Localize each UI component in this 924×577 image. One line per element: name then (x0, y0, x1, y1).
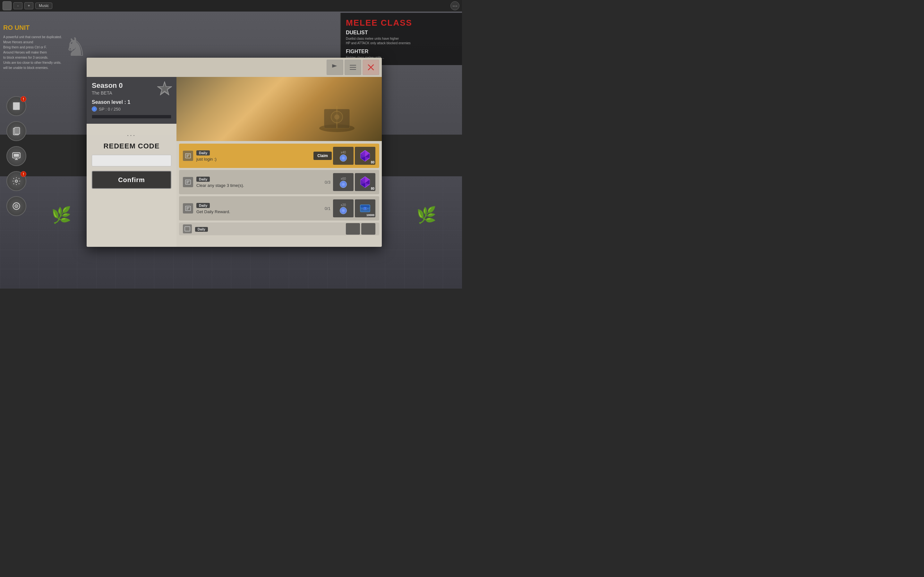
redeem-title: REDEEM CODE (103, 142, 160, 150)
quest-list: Daily just login :) Claim x40 (176, 141, 382, 247)
confirm-button[interactable]: Confirm (92, 171, 171, 189)
list-icon (349, 63, 357, 71)
season-header: Season 0 The BETA Season level : 1 SP : … (87, 77, 176, 124)
melee-class-panel: MELEE CLASS DUELIST Duelist class melee … (340, 13, 462, 65)
crystal-icon-1 (359, 149, 372, 163)
svg-point-48 (364, 207, 366, 210)
quest-desc-3: Get Daily Reward. (196, 210, 321, 214)
plant-right: 🌿 (417, 206, 436, 224)
quest-info-4-partial: Daily (195, 226, 342, 232)
quest-icon-2 (183, 177, 193, 187)
quest-item-4-partial: Daily (179, 222, 379, 235)
reward-box-1: x40 (333, 147, 354, 165)
quest-reward-3: 0/1 x20 (325, 199, 375, 218)
quest-badge-row-2: Daily (196, 177, 321, 182)
quest-type-badge-3: Daily (196, 203, 210, 208)
svg-point-22 (334, 114, 339, 119)
svg-rect-1 (15, 106, 16, 110)
sidebar-icon-monitor[interactable] (6, 146, 26, 166)
quest-info-1: Daily just login :) (196, 150, 310, 161)
quest-list-icon-2 (185, 179, 191, 185)
tab-flag[interactable] (326, 60, 343, 75)
maximize-button[interactable]: + (24, 2, 33, 9)
sp-row: SP : 0 / 250 (92, 106, 171, 111)
quest-icon-4 (183, 224, 192, 234)
reward-crystal-box-2: 80 (355, 173, 375, 191)
svg-rect-6 (14, 154, 19, 157)
panel-left-section: Season 0 The BETA Season level : 1 SP : … (87, 77, 176, 247)
duelist-desc: Duelist class melee units have higherHP … (346, 37, 457, 45)
fighter-title: FIGHTER (346, 49, 457, 55)
quest-item-1: Daily just login :) Claim x40 (179, 143, 379, 168)
minimize-button[interactable]: - (13, 2, 23, 9)
svg-rect-49 (185, 227, 190, 231)
reward-box-3: x20 (333, 199, 354, 218)
quest-progress-2: 0/3 (325, 180, 330, 185)
quest-icon-1 (183, 151, 193, 161)
sidebar-icon-circle[interactable] (6, 196, 26, 216)
horse-statue: ♞ (64, 32, 87, 62)
quest-reward-2: 0/3 x60 (325, 173, 375, 191)
season-level: Season level : 1 (92, 99, 171, 105)
settings-gear-icon (12, 177, 21, 185)
panel-body: Season 0 The BETA Season level : 1 SP : … (87, 77, 382, 247)
svg-point-10 (16, 205, 17, 207)
claim-button-1[interactable]: Claim (313, 152, 332, 160)
circle-icon (12, 201, 21, 211)
building-badge: ! (21, 96, 26, 102)
reward-chest-box-3: 10000 (355, 199, 375, 218)
crystal-icon-2 (359, 175, 372, 189)
close-icon (367, 63, 375, 71)
duelist-title: DUELIST (346, 30, 457, 35)
chest-icon-3 (359, 201, 372, 215)
top-bar: - + Music ⋯ (0, 0, 462, 11)
panel-header (87, 58, 382, 77)
tab-list[interactable] (344, 60, 361, 75)
settings-badge: ! (21, 171, 26, 177)
music-tab[interactable]: Music (35, 3, 52, 9)
quest-icon-3 (183, 203, 193, 213)
app-logo (3, 1, 11, 10)
quest-list-icon-1 (185, 153, 191, 159)
preview-image (176, 77, 382, 141)
left-sidebar: ! ! (6, 96, 26, 216)
reward-crystal-box-1: 80 (355, 147, 375, 165)
quest-type-badge-2: Daily (196, 177, 210, 182)
quest-desc-1: just login :) (196, 157, 310, 161)
ro-unit-title: RO UNIT (3, 23, 80, 33)
quest-info-3: Daily Get Daily Reward. (196, 203, 321, 214)
sidebar-icon-settings[interactable]: ! (6, 171, 26, 191)
quest-reward-1: Claim x40 (313, 147, 375, 165)
panel-right-section: Daily just login :) Claim x40 (176, 77, 382, 247)
quest-info-2: Daily Clear any stage 3 time(s). (196, 177, 321, 188)
quest-item-3: Daily Get Daily Reward. 0/1 x20 (179, 196, 379, 221)
reward-box-2: x60 (333, 173, 354, 191)
monitor-icon (12, 152, 21, 161)
quest-item-2: Daily Clear any stage 3 time(s). 0/3 x60 (179, 170, 379, 194)
season-badge-icon (157, 81, 173, 97)
tab-close[interactable] (363, 60, 379, 75)
quest-type-badge-1: Daily (196, 150, 210, 155)
building-icon (12, 102, 21, 111)
svg-rect-4 (15, 127, 19, 134)
sidebar-icon-building[interactable]: ! (6, 96, 26, 116)
redeem-dots: ... (127, 130, 136, 137)
menu-dots-button[interactable]: ⋯ (451, 1, 459, 10)
quest-badge-row-1: Daily (196, 150, 310, 155)
sp-text: SP : 0 / 250 (99, 107, 121, 111)
flag-icon (331, 63, 339, 71)
redeem-section: ... REDEEM CODE Confirm (87, 124, 176, 195)
quest-desc-2: Clear any stage 3 time(s). (196, 183, 321, 188)
quest-progress-3: 0/1 (325, 206, 330, 211)
quest-list-icon-4 (184, 226, 191, 232)
plant-left: 🌿 (51, 206, 71, 224)
quest-list-icon-3 (185, 205, 191, 211)
redeem-code-input[interactable] (92, 155, 171, 166)
cards-icon (12, 127, 21, 135)
main-panel: Season 0 The BETA Season level : 1 SP : … (87, 58, 382, 247)
season-badge (157, 81, 173, 97)
quest-type-badge-4: Daily (195, 227, 208, 232)
svg-point-7 (15, 180, 18, 182)
quest-reward-4-partial (346, 223, 375, 235)
sidebar-icon-cards[interactable] (6, 121, 26, 141)
